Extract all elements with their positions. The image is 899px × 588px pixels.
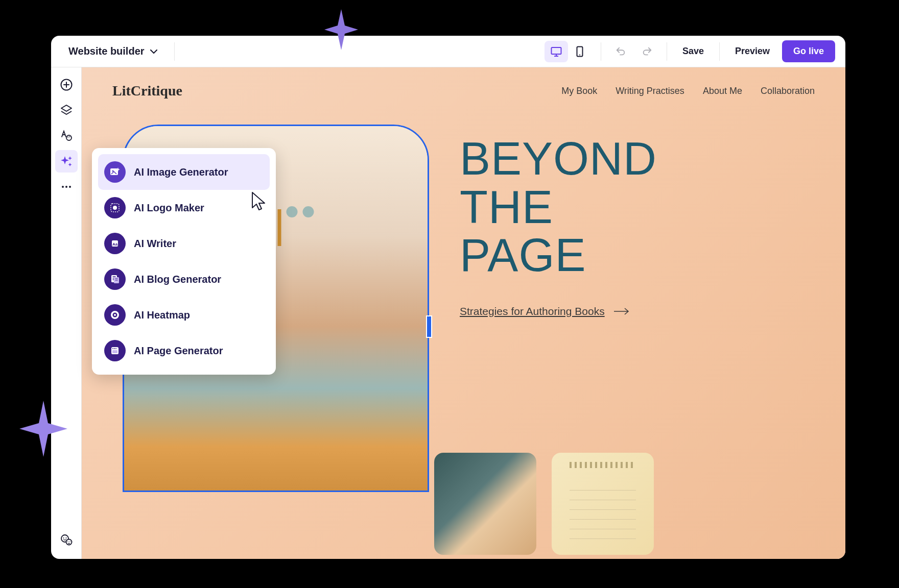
thumbnail-image[interactable] <box>434 453 536 555</box>
feedback-icon <box>60 533 73 546</box>
dots-icon <box>60 180 73 193</box>
svg-point-5 <box>67 137 68 138</box>
ai-menu-label: AI Heatmap <box>134 309 190 321</box>
more-button[interactable] <box>55 176 78 198</box>
svg-text:Aa: Aa <box>112 242 118 247</box>
styles-button[interactable] <box>55 125 78 147</box>
svg-point-9 <box>69 186 71 188</box>
site-header: LitCritique My Book Writing Practises Ab… <box>82 67 845 114</box>
device-toggle <box>545 41 592 62</box>
hero-title-line: PAGE <box>460 231 657 280</box>
chevron-down-icon <box>150 47 158 56</box>
svg-rect-31 <box>112 350 117 353</box>
sparkle-icon <box>60 155 73 168</box>
topbar: Website builder Save Preview Go live <box>51 36 845 67</box>
page-icon <box>104 340 126 361</box>
svg-point-29 <box>114 348 115 349</box>
thumbnail-image[interactable] <box>552 453 654 555</box>
svg-point-14 <box>67 541 68 542</box>
ai-menu-label: AI Blog Generator <box>134 274 221 285</box>
ai-menu-item-image-generator[interactable]: AI Image Generator <box>98 154 270 190</box>
hero-title-line: THE <box>460 183 657 232</box>
hero-link[interactable]: Strategies for Authoring Books <box>460 305 629 317</box>
desktop-icon <box>550 45 562 58</box>
svg-point-4 <box>66 135 72 140</box>
svg-point-12 <box>65 537 66 538</box>
writer-icon: Aa <box>104 233 126 254</box>
feedback-button[interactable] <box>55 528 78 551</box>
ai-menu-item-blog-generator[interactable]: AI Blog Generator <box>98 261 270 297</box>
nav-item[interactable]: My Book <box>561 86 597 96</box>
svg-point-30 <box>115 348 116 349</box>
go-live-button[interactable]: Go live <box>782 40 835 62</box>
mobile-view-button[interactable] <box>568 41 592 62</box>
svg-point-6 <box>69 136 70 137</box>
hero-link-label: Strategies for Authoring Books <box>460 305 605 317</box>
cursor-pointer-icon <box>250 191 269 214</box>
redo-icon <box>642 46 653 57</box>
thumbnail-row <box>434 453 654 555</box>
ai-menu-label: AI Writer <box>134 238 176 250</box>
site-nav: My Book Writing Practises About Me Colla… <box>561 86 815 96</box>
ai-menu-item-logo-maker[interactable]: AI Logo Maker <box>98 190 270 226</box>
brand-label: Website builder <box>68 45 145 57</box>
image-sparkle-icon <box>104 161 126 183</box>
separator <box>601 42 601 61</box>
svg-point-15 <box>69 541 70 542</box>
undo-icon <box>615 46 626 57</box>
blog-icon <box>104 268 126 290</box>
ai-menu-label: AI Logo Maker <box>134 202 204 214</box>
brand-dropdown[interactable]: Website builder <box>61 41 165 61</box>
svg-point-19 <box>113 206 117 210</box>
preview-button[interactable]: Preview <box>729 42 776 61</box>
logo-icon <box>104 197 126 218</box>
ai-menu-item-heatmap[interactable]: AI Heatmap <box>98 297 270 333</box>
layers-icon <box>60 104 73 117</box>
ai-menu-item-writer[interactable]: Aa AI Writer <box>98 226 270 261</box>
svg-point-8 <box>65 186 67 188</box>
svg-point-2 <box>579 54 580 55</box>
sparkle-decoration-icon <box>324 9 358 50</box>
sparkle-decoration-icon <box>19 401 67 457</box>
hero-title-line: BEYOND <box>460 135 657 183</box>
resize-handle-right[interactable] <box>426 315 432 338</box>
mobile-icon <box>574 45 586 58</box>
heatmap-icon <box>104 304 126 326</box>
redo-button[interactable] <box>637 41 657 62</box>
hero-title[interactable]: BEYOND THE PAGE <box>460 135 657 280</box>
svg-point-11 <box>63 537 64 538</box>
ai-tools-button[interactable] <box>55 150 78 173</box>
ai-tools-popover: AI Image Generator AI Logo Maker Aa AI W… <box>92 148 276 375</box>
undo-button[interactable] <box>610 41 631 62</box>
svg-rect-0 <box>551 47 561 54</box>
nav-item[interactable]: About Me <box>703 86 742 96</box>
ai-menu-label: AI Image Generator <box>134 166 228 178</box>
nav-item[interactable]: Collaboration <box>761 86 815 96</box>
desktop-view-button[interactable] <box>545 41 568 62</box>
add-element-button[interactable] <box>55 74 78 96</box>
nav-item[interactable]: Writing Practises <box>616 86 684 96</box>
text-palette-icon <box>60 129 73 142</box>
separator <box>667 42 667 61</box>
ai-menu-item-page-generator[interactable]: AI Page Generator <box>98 333 270 369</box>
svg-point-28 <box>112 348 113 349</box>
plus-circle-icon <box>60 78 73 91</box>
ai-menu-label: AI Page Generator <box>134 345 223 357</box>
left-rail <box>51 67 82 559</box>
separator <box>719 42 720 61</box>
arrow-right-icon <box>614 308 629 315</box>
layers-button[interactable] <box>55 99 78 121</box>
site-logo[interactable]: LitCritique <box>112 83 182 99</box>
svg-point-26 <box>114 314 116 316</box>
separator <box>174 42 175 61</box>
svg-point-7 <box>62 186 64 188</box>
save-button[interactable]: Save <box>676 42 710 61</box>
svg-point-13 <box>66 540 72 545</box>
